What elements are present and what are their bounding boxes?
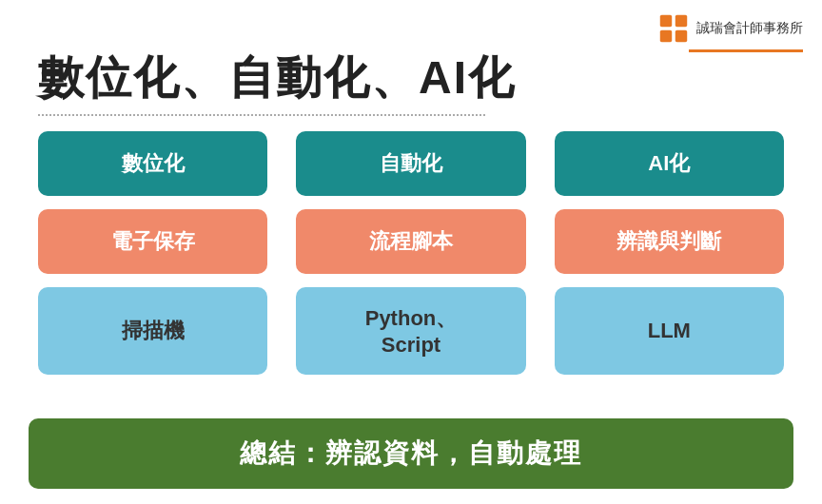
- main-title: 數位化、自動化、AI化: [38, 48, 516, 108]
- bottom-banner-text: 總結：辨認資料，自動處理: [240, 436, 582, 472]
- row3-col1: 掃描機: [38, 287, 267, 375]
- svg-rect-1: [675, 15, 687, 27]
- row2-col2: 流程腳本: [296, 209, 525, 274]
- logo-text: 誠瑞會計師事務所: [696, 20, 803, 37]
- header-col2: 自動化: [296, 131, 525, 196]
- grid-container: 數位化 自動化 AI化 電子保存 流程腳本 辨識與判斷 掃描機 Python、 …: [29, 131, 793, 375]
- logo-area: 誠瑞會計師事務所: [658, 13, 803, 44]
- header-col3: AI化: [555, 131, 784, 196]
- svg-rect-3: [675, 30, 687, 42]
- row2-col3: 辨識與判斷: [555, 209, 784, 274]
- row3-col3: LLM: [555, 287, 784, 375]
- svg-rect-2: [660, 30, 672, 42]
- svg-rect-0: [660, 15, 672, 27]
- header-col1: 數位化: [38, 131, 267, 196]
- bottom-banner: 總結：辨認資料，自動處理: [29, 418, 793, 489]
- row3-col2: Python、 Script: [296, 287, 525, 375]
- logo-underline: [689, 49, 803, 52]
- dotted-divider: [38, 114, 485, 116]
- logo-icon: [658, 13, 689, 44]
- row2-col1: 電子保存: [38, 209, 267, 274]
